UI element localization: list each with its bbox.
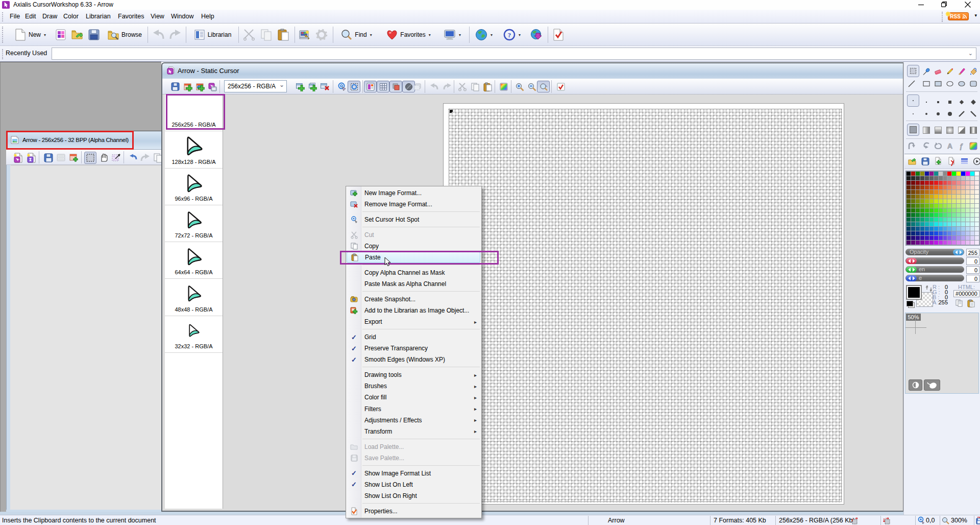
svg-text:f: f: [960, 142, 963, 150]
svg-text:A: A: [947, 142, 952, 150]
svg-text:?: ?: [508, 31, 511, 39]
